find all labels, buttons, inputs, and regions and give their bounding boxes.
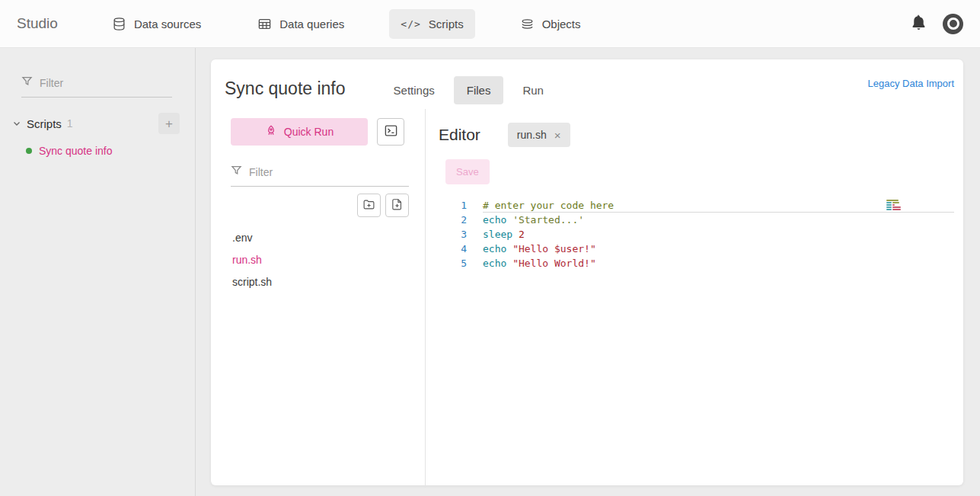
- rocket-icon: [265, 125, 277, 139]
- add-script-button[interactable]: +: [158, 113, 180, 134]
- editor-tab-label: run.sh: [517, 129, 547, 141]
- file-item[interactable]: script.sh: [231, 271, 425, 293]
- files-filter: [231, 165, 409, 187]
- sidebar-section-scripts: Scripts 1 +: [11, 113, 180, 134]
- user-avatar[interactable]: [943, 14, 963, 34]
- code-line[interactable]: 2echo 'Started...': [439, 213, 954, 227]
- line-number: 4: [439, 242, 467, 256]
- quick-run-button[interactable]: Quick Run: [231, 118, 368, 146]
- filter-funnel-icon: [231, 165, 242, 179]
- layers-icon: [520, 17, 535, 31]
- nav-item-data-queries[interactable]: Data queries: [246, 8, 356, 40]
- code-line[interactable]: 1# enter your code here: [439, 198, 954, 213]
- code-line[interactable]: 5echo "Hello World!": [439, 256, 954, 270]
- nav-label: Data queries: [279, 18, 344, 30]
- code-lines: 1# enter your code here2echo 'Started...…: [439, 198, 954, 270]
- navbar-right: [910, 14, 963, 34]
- file-item[interactable]: run.sh: [231, 249, 425, 271]
- code-icon: </>: [401, 18, 420, 30]
- terminal-button[interactable]: [377, 118, 404, 146]
- file-plus-icon: [391, 198, 404, 213]
- file-item[interactable]: .env: [231, 227, 425, 249]
- line-number: 3: [439, 227, 467, 242]
- nav-label: Objects: [542, 18, 581, 30]
- quick-run-row: Quick Run: [231, 118, 425, 146]
- minimap: [886, 200, 906, 211]
- tab-run[interactable]: Run: [509, 76, 557, 104]
- line-number: 2: [439, 213, 467, 227]
- section-label: Scripts: [27, 117, 62, 130]
- terminal-icon: [384, 123, 398, 140]
- sidebar-filter-input[interactable]: [40, 77, 172, 89]
- new-file-button[interactable]: [385, 194, 409, 217]
- editor-heading: Editor: [439, 126, 480, 144]
- database-icon: [112, 17, 126, 31]
- editor-pane: Editor run.sh × Save 1# enter your code …: [426, 109, 963, 488]
- code-line[interactable]: 4echo "Hello $user!": [439, 242, 954, 256]
- chevron-down-icon[interactable]: [11, 117, 23, 130]
- line-number: 5: [439, 256, 467, 270]
- sidebar-filter: [21, 75, 172, 98]
- avatar-ring: [947, 18, 959, 30]
- save-button[interactable]: Save: [445, 159, 490, 184]
- nav-label: Data sources: [134, 18, 201, 30]
- app-logo[interactable]: Studio: [17, 15, 58, 32]
- bell-icon: [910, 14, 927, 34]
- files-filter-input[interactable]: [249, 166, 409, 178]
- quick-run-label: Quick Run: [284, 126, 334, 138]
- legacy-data-import-link[interactable]: Legacy Data Import: [868, 78, 954, 89]
- nav-item-objects[interactable]: Objects: [509, 8, 592, 40]
- tab-files[interactable]: Files: [454, 76, 504, 104]
- code-line[interactable]: 3sleep 2: [439, 227, 954, 242]
- card-header: Sync quote info Settings Files Run Legac…: [211, 59, 963, 104]
- filter-funnel-icon: [21, 75, 33, 90]
- main-nav: Data sources Data queries </> Scripts Ob…: [101, 8, 592, 40]
- editor-tab-run-sh[interactable]: run.sh ×: [508, 123, 570, 147]
- detail-tabs: Settings Files Run: [381, 76, 557, 104]
- new-folder-button[interactable]: [357, 194, 381, 217]
- card-body: Quick Run: [211, 109, 963, 488]
- nav-item-scripts[interactable]: </> Scripts: [389, 9, 474, 39]
- file-list: .envrun.shscript.sh: [231, 227, 425, 293]
- sidebar-item-label: Sync quote info: [39, 145, 113, 157]
- nav-label: Scripts: [429, 18, 464, 30]
- section-count: 1: [67, 117, 73, 130]
- nav-item-data-sources[interactable]: Data sources: [101, 8, 212, 40]
- tab-settings[interactable]: Settings: [381, 76, 448, 104]
- close-icon[interactable]: ×: [554, 130, 561, 141]
- status-dot: [26, 148, 32, 154]
- folder-plus-icon: [362, 198, 375, 213]
- editor-header: Editor run.sh ×: [439, 123, 954, 147]
- top-navbar: Studio Data sources Data queries </> Scr…: [0, 0, 980, 48]
- table-icon: [257, 17, 272, 31]
- line-number: 1: [439, 198, 467, 213]
- file-actions-row: [231, 194, 409, 217]
- page-title: Sync quote info: [225, 78, 346, 99]
- files-pane: Quick Run: [211, 109, 425, 488]
- code-editor[interactable]: 1# enter your code here2echo 'Started...…: [439, 198, 954, 270]
- scripts-sidebar: Scripts 1 + Sync quote info: [0, 48, 196, 496]
- notifications-button[interactable]: [910, 14, 927, 34]
- sidebar-item-sync-quote-info[interactable]: Sync quote info: [26, 145, 195, 157]
- script-detail-card: Sync quote info Settings Files Run Legac…: [211, 59, 963, 485]
